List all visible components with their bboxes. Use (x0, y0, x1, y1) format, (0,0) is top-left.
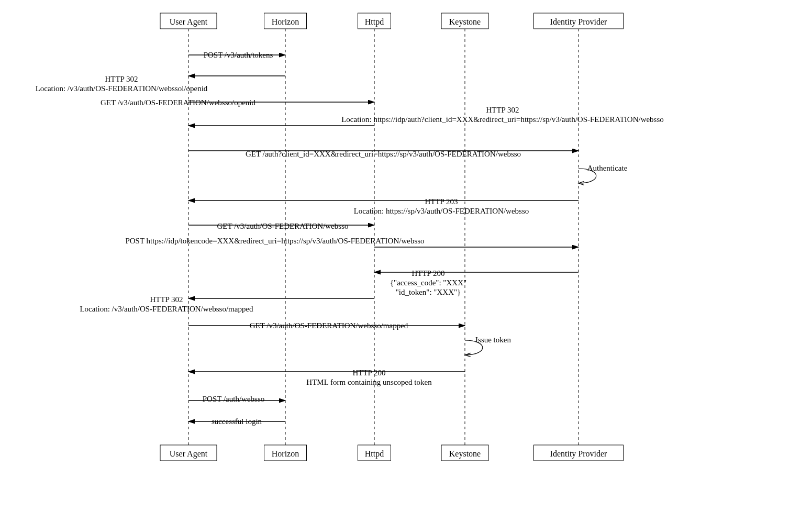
message-label-13-1: HTML form containing unscoped token (306, 378, 432, 386)
message-label-0: POST /v3/auth/tokens (204, 51, 273, 59)
message-label-6-1: Location: https://sp/v3/auth/OS-FEDERATI… (354, 207, 529, 215)
message-label-7: GET /v3/auth/OS-FEDERATION/websso (217, 222, 349, 230)
message-label-9-1: {"access_code": "XXX" (390, 279, 466, 287)
message-label-12: Issue token (475, 336, 511, 344)
actor-label-httpd: Httpd (365, 449, 384, 459)
message-label-9-0: HTTP 200 (411, 269, 444, 277)
actor-label-horizon: Horizon (272, 449, 299, 458)
message-label-11: GET /v3/auth/OS-FEDERATION/websso/mapped (250, 321, 408, 330)
message-label-14: POST /auth/websso (203, 395, 264, 403)
message-label-2: GET /v3/auth/OS-FEDERATION/websso/openid (101, 98, 255, 107)
message-label-13-0: HTTP 200 (352, 369, 385, 377)
actor-label-keystone: Keystone (449, 17, 481, 27)
actor-label-httpd: Httpd (365, 17, 384, 27)
actor-label-idp: Identity Provider (550, 17, 608, 27)
message-label-4: GET /auth?client_id=XXX&redirect_uri=htt… (246, 150, 521, 158)
message-label-5: Authenticate (587, 164, 628, 172)
message-label-6-0: HTTP 203 (425, 197, 458, 206)
message-label-9-2: "id_token": "XXX"} (396, 288, 461, 296)
message-label-1-0: HTTP 302 (105, 75, 138, 83)
actor-label-user_agent: User Agent (170, 17, 208, 27)
message-label-8: POST https://idp/tokencode=XXX&redirect_… (125, 237, 424, 245)
message-label-15: successful login (212, 417, 262, 426)
actor-label-horizon: Horizon (272, 17, 299, 26)
message-label-3-1: Location: https://idp/auth?client_id=XXX… (341, 115, 664, 124)
message-label-10-0: HTTP 302 (150, 295, 183, 304)
message-label-3-0: HTTP 302 (486, 106, 519, 114)
actor-label-keystone: Keystone (449, 449, 481, 459)
message-label-1-1: Location: /v3/auth/OS-FEDERATION/webssol… (36, 84, 208, 93)
actor-label-user_agent: User Agent (170, 449, 208, 459)
message-label-10-1: Location: /v3/auth/OS-FEDERATION/websso/… (80, 305, 253, 313)
actor-label-idp: Identity Provider (550, 449, 608, 459)
